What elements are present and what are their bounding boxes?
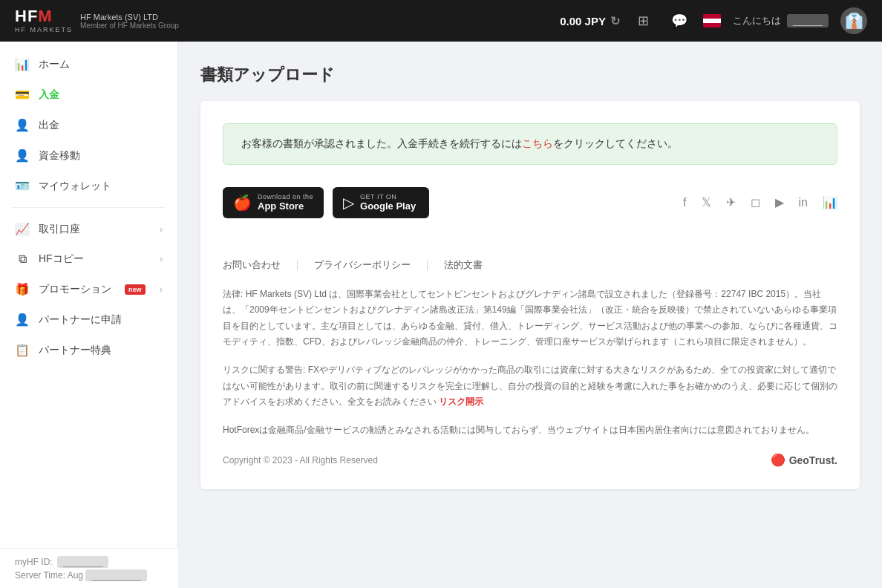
app-store-main: App Store [258, 200, 313, 212]
footer-risk-text: リスクに関する警告: FXやデリバティブなどのレバレッジがかかった商品の取引には… [223, 362, 837, 411]
sidebar-item-withdraw[interactable]: 👤 出金 [0, 110, 177, 140]
logo: HFM HF MARKETS HF Markets (SV) LTD Membe… [15, 8, 179, 33]
greeting: こんにちは ______ [733, 14, 829, 27]
sidebar-label-promotion: プロモーション [39, 283, 111, 296]
home-icon: 📊 [15, 57, 30, 71]
success-link[interactable]: こちら [522, 137, 553, 151]
telegram-icon[interactable]: ✈ [726, 195, 736, 209]
sidebar-item-wallet[interactable]: 🪪 マイウォレット [0, 171, 177, 201]
privacy-link[interactable]: プライバシーポリシー [314, 258, 411, 272]
greeting-text: こんにちは [733, 14, 781, 27]
footer-links: お問い合わせ ｜ プライバシーポリシー ｜ 法的文書 [223, 258, 837, 272]
sidebar-label-wallet: マイウォレット [39, 180, 111, 193]
apple-icon: 🍎 [233, 194, 252, 212]
google-play-text: GET IT ON Google Play [360, 193, 416, 212]
partner-apply-icon: 👤 [15, 313, 30, 327]
japan-flag-icon[interactable] [703, 14, 721, 27]
sidebar-footer: myHF ID: ________ Server Time: Aug _____… [0, 548, 178, 588]
sidebar-label-partner-apply: パートナーに申請 [39, 313, 122, 327]
avatar-icon: 👔 [845, 12, 863, 30]
header-right: 0.00 JPY ↻ ⊞ 💬 こんにちは ______ 👔 [560, 7, 867, 34]
sidebar-label-trading: 取引口座 [39, 223, 80, 236]
sidebar-label-hfcopy: HFコピー [39, 252, 84, 266]
app-store-sub: Download on the [258, 193, 313, 200]
facebook-icon[interactable]: f [683, 196, 686, 209]
risk-disclosure-link[interactable]: リスク開示 [439, 396, 483, 407]
footer-legal-text: 法律: HF Markets (SV) Ltd は、国際事業会社としてセントビン… [223, 287, 837, 350]
logo-hfm-text: HFM [15, 8, 53, 24]
geotrust-text: GeoTrust. [789, 454, 837, 466]
chat-icon[interactable]: 💬 [667, 9, 691, 33]
google-play-button[interactable]: ▷ GET IT ON Google Play [333, 187, 429, 218]
promotion-icon: 🎁 [15, 282, 30, 296]
chevron-right-icon: › [160, 224, 163, 235]
grid-icon[interactable]: ⊞ [632, 9, 656, 33]
sidebar-divider-1 [12, 207, 166, 208]
sidebar-item-partner-apply[interactable]: 👤 パートナーに申請 [0, 304, 177, 335]
instagram-icon[interactable]: ◻ [751, 195, 760, 209]
app-buttons: 🍎 Download on the App Store ▷ GET IT ON … [223, 187, 429, 218]
deposit-icon: 💳 [15, 88, 30, 102]
google-play-main: Google Play [360, 200, 416, 212]
trading-icon: 📈 [15, 222, 30, 236]
footer-hotforex-text: HotForexは金融商品/金融サービスの勧誘とみなされる活動には関与しておらず… [223, 422, 837, 439]
content-card: お客様の書類が承認されました。入金手続きを続行するには こちら をクリックしてく… [200, 101, 860, 489]
youtube-icon[interactable]: ▶ [775, 195, 784, 209]
app-store-text: Download on the App Store [258, 193, 313, 212]
success-message-box: お客様の書類が承認されました。入金手続きを続行するには こちら をクリックしてく… [223, 123, 837, 165]
linkedin-icon[interactable]: in [799, 196, 808, 209]
success-text: お客様の書類が承認されました。入金手続きを続行するには [241, 137, 522, 151]
footer-bottom: Copyright © 2023 - All Rights Reserved 🔴… [223, 453, 837, 467]
my-hf-id-row: myHF ID: ________ [15, 556, 163, 568]
twitter-icon[interactable]: 𝕏 [702, 195, 711, 209]
sidebar-label-transfer: 資金移動 [39, 149, 80, 163]
transfer-icon: 👤 [15, 148, 30, 163]
withdraw-icon: 👤 [15, 118, 30, 132]
my-hf-id-label: myHF ID: [15, 557, 53, 567]
sidebar-label-deposit: 入金 [39, 88, 59, 102]
success-suffix: をクリックしてください。 [553, 137, 678, 151]
header: HFM HF MARKETS HF Markets (SV) LTD Membe… [0, 0, 882, 42]
app-social-row: 🍎 Download on the App Store ▷ GET IT ON … [223, 187, 837, 241]
new-badge: new [125, 284, 146, 295]
contact-link[interactable]: お問い合わせ [223, 258, 281, 272]
google-play-icon: ▷ [343, 194, 354, 212]
geotrust-icon: 🔴 [771, 453, 785, 467]
footer-sep-1: ｜ [293, 258, 302, 272]
chevron-right-icon-2: › [160, 254, 163, 264]
main-content: 書類アップロード お客様の書類が承認されました。入金手続きを続行するには こちら… [178, 42, 882, 588]
server-time-value: __________ [85, 569, 147, 581]
partner-benefit-icon: 📋 [15, 343, 30, 357]
copyright-text: Copyright © 2023 - All Rights Reserved [223, 455, 378, 466]
server-time-row: Server Time: Aug __________ [15, 570, 163, 581]
sidebar-label-home: ホーム [39, 58, 70, 71]
company-name: HF Markets (SV) LTD [80, 13, 179, 22]
balance-display: 0.00 JPY ↻ [560, 14, 620, 28]
greeting-name: ______ [787, 14, 829, 27]
balance-value: 0.00 JPY [560, 15, 606, 27]
refresh-icon[interactable]: ↻ [610, 14, 620, 28]
geotrust-badge: 🔴 GeoTrust. [771, 453, 837, 467]
sidebar-item-home[interactable]: 📊 ホーム [0, 49, 177, 79]
sidebar-label-withdraw: 出金 [39, 119, 59, 132]
sidebar-item-partner-benefit[interactable]: 📋 パートナー特典 [0, 335, 177, 365]
social-icons: f 𝕏 ✈ ◻ ▶ in 📊 [683, 195, 837, 209]
chart-icon[interactable]: 📊 [823, 195, 837, 209]
sidebar-item-deposit[interactable]: 💳 入金 [0, 79, 177, 110]
footer-sep-2: ｜ [422, 258, 432, 272]
avatar[interactable]: 👔 [840, 7, 867, 34]
logo-hf-markets-text: HF MARKETS [15, 26, 73, 33]
hfcopy-icon: ⧉ [15, 252, 30, 266]
sidebar-item-hfcopy[interactable]: ⧉ HFコピー › [0, 244, 177, 274]
legal-link[interactable]: 法的文書 [444, 258, 483, 272]
my-hf-id-value: ________ [57, 556, 108, 568]
chevron-right-icon-3: › [160, 284, 163, 295]
sidebar-item-promotion[interactable]: 🎁 プロモーション new › [0, 274, 177, 304]
layout: 📊 ホーム 💳 入金 👤 出金 👤 資金移動 🪪 マイウォレット 📈 取引口座 … [0, 0, 882, 588]
sidebar-item-transfer[interactable]: 👤 資金移動 [0, 140, 177, 171]
sidebar-item-trading[interactable]: 📈 取引口座 › [0, 214, 177, 244]
member-of: Member of HF Markets Group [80, 22, 179, 30]
app-store-button[interactable]: 🍎 Download on the App Store [223, 187, 324, 218]
logo-mark: HFM HF MARKETS [15, 8, 73, 33]
server-time-label: Server Time: Aug [15, 570, 83, 581]
